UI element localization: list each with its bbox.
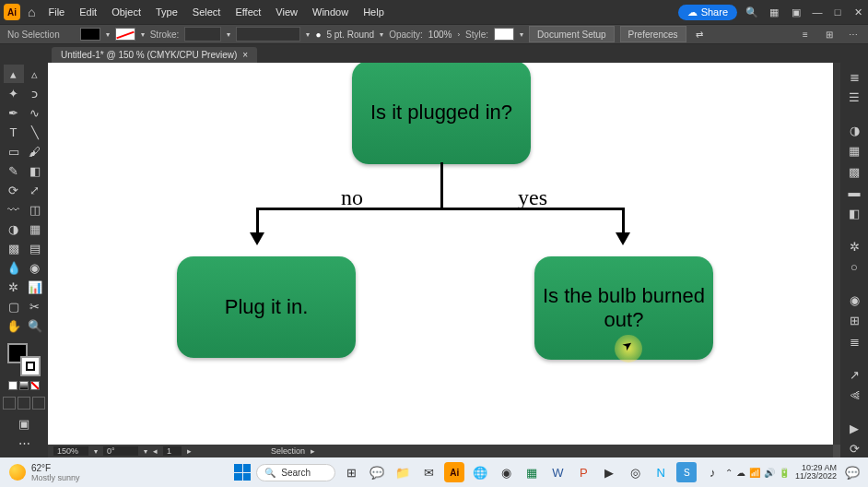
play-icon[interactable]: ▶: [845, 420, 863, 436]
shape-builder-tool[interactable]: ◑: [4, 220, 24, 238]
document-tab[interactable]: Untitled-1* @ 150 % (CMYK/CPU Preview) ×: [52, 47, 257, 63]
column-graph-tool[interactable]: 📊: [25, 278, 45, 296]
brush-caret[interactable]: ▾: [306, 30, 310, 39]
tray-network-icon[interactable]: 📶: [749, 468, 760, 478]
menu-edit[interactable]: Edit: [72, 6, 104, 18]
paintbrush-tool[interactable]: 🖌: [25, 142, 45, 160]
chrome-icon[interactable]: ◉: [496, 462, 516, 482]
opacity-value[interactable]: 100%: [428, 30, 452, 40]
stroke-panel-icon[interactable]: ▬: [845, 184, 863, 201]
stroke-caret[interactable]: ▾: [141, 30, 145, 39]
menu-object[interactable]: Object: [104, 6, 148, 18]
transparency-panel-icon[interactable]: ○: [845, 258, 863, 275]
artboard-tool[interactable]: ▢: [4, 297, 24, 315]
rotate-caret[interactable]: ▾: [144, 447, 147, 456]
zoom-tool[interactable]: 🔍: [25, 316, 45, 335]
arrange-docs-icon[interactable]: ▦: [767, 5, 781, 19]
artboard[interactable]: Is it plugged in? no yes Plug it in. Is …: [48, 63, 833, 445]
scrollbar-vertical[interactable]: [833, 63, 840, 445]
eyedropper-tool[interactable]: 💧: [4, 258, 24, 277]
zoom-caret[interactable]: ▾: [94, 447, 98, 456]
curvature-tool[interactable]: ∿: [25, 103, 45, 122]
opacity-caret[interactable]: ›: [457, 30, 460, 39]
swatches-panel-icon[interactable]: ▦: [845, 143, 863, 160]
draw-inside[interactable]: [32, 397, 45, 410]
home-icon[interactable]: ⌂: [28, 5, 35, 19]
flow-node-answer[interactable]: Plug it in.: [177, 256, 356, 358]
notifications-icon[interactable]: 💬: [842, 462, 862, 482]
edge-icon[interactable]: 🌐: [470, 462, 490, 482]
menu-window[interactable]: Window: [305, 6, 356, 18]
illustrator-taskbar-icon[interactable]: Ai: [444, 462, 464, 482]
menu-type[interactable]: Type: [148, 6, 185, 18]
task-view-icon[interactable]: ⊞: [341, 462, 361, 482]
stroke-weight-caret[interactable]: ▾: [227, 30, 230, 39]
symbol-sprayer-tool[interactable]: ✲: [4, 278, 24, 296]
artboard-prev-icon[interactable]: ◂: [153, 446, 158, 456]
menu-file[interactable]: File: [41, 6, 72, 18]
edit-toolbar-icon[interactable]: ⋯: [14, 434, 34, 452]
menu-help[interactable]: Help: [356, 6, 392, 18]
media-icon[interactable]: ◎: [625, 462, 645, 482]
style-swatch[interactable]: [494, 28, 514, 41]
edge-label-no[interactable]: no: [341, 185, 363, 210]
line-segment-tool[interactable]: ╲: [25, 123, 45, 141]
rectangle-tool[interactable]: ▭: [4, 142, 24, 160]
libraries-panel-icon[interactable]: ☰: [845, 89, 863, 105]
powerpoint-icon[interactable]: P: [573, 462, 593, 482]
window-close[interactable]: ✕: [851, 6, 864, 18]
brushes-panel-icon[interactable]: ▩: [845, 163, 863, 180]
artboard-next-icon[interactable]: ▸: [187, 446, 192, 456]
zoom-field[interactable]: 150%: [53, 446, 88, 456]
menu-view[interactable]: View: [268, 6, 305, 18]
gradient-fill-mode[interactable]: [19, 381, 29, 390]
window-minimize[interactable]: —: [811, 6, 824, 18]
width-tool[interactable]: 〰: [4, 200, 24, 219]
profile-field[interactable]: 5 pt. Round: [326, 30, 374, 40]
tray-battery-icon[interactable]: 🔋: [779, 468, 790, 478]
blend-tool[interactable]: ◉: [25, 258, 45, 277]
word-icon[interactable]: W: [547, 462, 568, 482]
magic-wand-tool[interactable]: ✦: [4, 84, 24, 102]
brush-field[interactable]: [236, 27, 300, 42]
direct-selection-tool[interactable]: ▵: [25, 65, 45, 83]
perspective-grid-tool[interactable]: ▦: [25, 220, 45, 238]
rotate-tool[interactable]: ⟳: [4, 181, 24, 199]
onenote-icon[interactable]: N: [651, 462, 671, 482]
start-button[interactable]: [234, 464, 251, 481]
flow-node-question[interactable]: Is it plugged in?: [352, 63, 531, 164]
graphic-styles-panel-icon[interactable]: ⊞: [845, 313, 863, 329]
excel-icon[interactable]: ▦: [522, 462, 542, 482]
draw-normal[interactable]: [3, 397, 16, 410]
gradient-panel-icon[interactable]: ◧: [845, 205, 863, 221]
spotify-icon[interactable]: ♪: [702, 462, 722, 482]
workspace-icon[interactable]: ▣: [789, 5, 803, 19]
free-transform-tool[interactable]: ◫: [25, 200, 45, 219]
chat-icon[interactable]: 💬: [367, 462, 387, 482]
preferences-button[interactable]: Preferences: [620, 26, 686, 42]
none-fill-mode[interactable]: [30, 381, 40, 390]
shaper-tool[interactable]: ✎: [4, 161, 24, 180]
mesh-tool[interactable]: ▩: [4, 239, 24, 257]
screen-mode-icon[interactable]: ▣: [14, 414, 34, 433]
artboard-nav-field[interactable]: 1: [163, 446, 182, 456]
explorer-icon[interactable]: 📁: [393, 462, 413, 482]
window-maximize[interactable]: □: [831, 6, 844, 18]
align-icon[interactable]: ≡: [798, 27, 813, 42]
fill-caret[interactable]: ▾: [106, 30, 110, 39]
clock[interactable]: 10:29 AM 11/23/2022: [795, 464, 837, 481]
document-setup-button[interactable]: Document Setup: [529, 26, 615, 42]
style-caret[interactable]: ▾: [520, 30, 523, 39]
draw-behind[interactable]: [18, 397, 30, 410]
snagit-icon[interactable]: S: [676, 462, 697, 482]
hand-tool[interactable]: ✋: [4, 316, 24, 335]
color-panel-icon[interactable]: ◑: [845, 122, 863, 138]
close-tab-icon[interactable]: ×: [242, 50, 248, 60]
properties-panel-icon[interactable]: ≣: [845, 68, 863, 85]
layers-panel-icon[interactable]: ≣: [845, 333, 863, 350]
pen-tool[interactable]: ✒: [4, 103, 24, 122]
eraser-tool[interactable]: ◧: [25, 161, 45, 180]
symbols-panel-icon[interactable]: ✲: [845, 238, 863, 255]
appearance-panel-icon[interactable]: ◉: [845, 291, 863, 308]
rotate-field[interactable]: 0°: [103, 446, 138, 456]
